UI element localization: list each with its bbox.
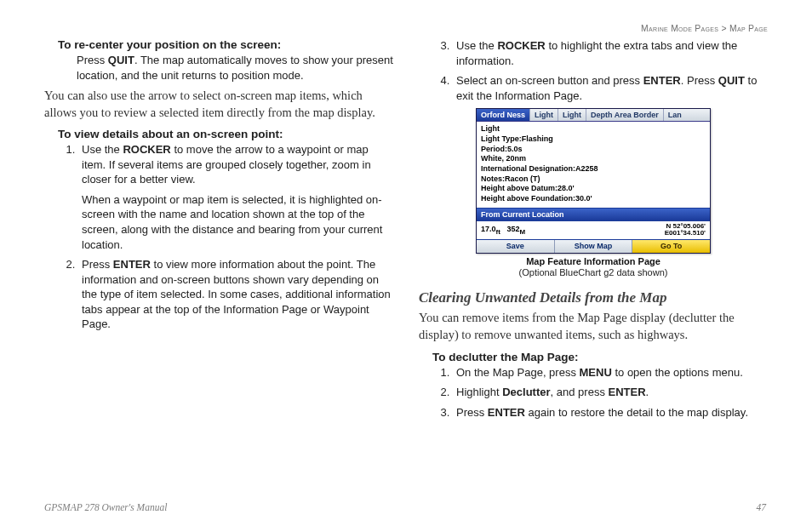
para-clearing-details: You can remove items from the Map Page d… bbox=[419, 310, 768, 343]
device-info-line: Light bbox=[481, 124, 706, 134]
keyword-declutter: Declutter bbox=[502, 386, 550, 398]
keyword-enter: ENTER bbox=[609, 386, 646, 398]
text-run: Use the bbox=[82, 143, 123, 156]
heading-declutter: To declutter the Map Page: bbox=[432, 351, 768, 363]
list-item: Press ENTER to view more information abo… bbox=[78, 257, 393, 332]
device-info-line: Height above Datum:28.0' bbox=[481, 184, 706, 194]
text-run: . Press bbox=[681, 74, 718, 87]
text-run: On the Map Page, press bbox=[456, 366, 580, 379]
text-run: Press bbox=[82, 258, 113, 271]
list-declutter: On the Map Page, press MENU to open the … bbox=[419, 365, 768, 420]
heading-clearing-details: Clearing Unwanted Details from the Map bbox=[419, 289, 768, 306]
device-info-line: Height above Foundation:30.0' bbox=[481, 194, 706, 204]
breadcrumb-page: Map Page bbox=[729, 24, 768, 33]
breadcrumb-section: Marine Mode Pages bbox=[641, 24, 718, 33]
list-item: On the Map Page, press MENU to open the … bbox=[453, 365, 768, 380]
footer-page-number: 47 bbox=[757, 502, 767, 512]
text-run: Select an on-screen button and press bbox=[456, 74, 643, 87]
left-column: To re-center your position on the screen… bbox=[44, 38, 393, 425]
footer-manual-title: GPSMAP 278 Owner's Manual bbox=[44, 502, 167, 512]
text-run: Highlight bbox=[456, 386, 502, 398]
list-item: Highlight Declutter, and press ENTER. bbox=[453, 385, 768, 400]
text-run: Press bbox=[77, 54, 108, 66]
device-tab[interactable]: Depth Area Border bbox=[586, 109, 664, 121]
keyword-enter: ENTER bbox=[113, 258, 151, 271]
device-showmap-button[interactable]: Show Map bbox=[555, 240, 633, 253]
text-run: to open the options menu. bbox=[612, 366, 743, 379]
device-info-line: Light Type:Flashing bbox=[481, 134, 706, 145]
device-goto-button[interactable]: Go To bbox=[632, 240, 710, 253]
list-item-para: When a waypoint or map item is selected,… bbox=[82, 192, 393, 252]
device-from-bar: From Current Location bbox=[477, 208, 710, 220]
right-column: Use the ROCKER to highlight the extra ta… bbox=[419, 38, 768, 425]
device-tab[interactable]: Lan bbox=[664, 109, 710, 121]
device-save-button[interactable]: Save bbox=[477, 240, 555, 253]
keyword-enter: ENTER bbox=[488, 406, 525, 419]
device-tab[interactable]: Light bbox=[558, 109, 586, 121]
text-run: Press bbox=[456, 406, 488, 419]
device-info-line: Period:5.0s bbox=[481, 145, 706, 155]
device-distance-row: 17.0ft 352M N 52°05.006' E001°34.510' bbox=[477, 220, 710, 240]
device-caption-title: Map Feature Information Page bbox=[476, 256, 711, 266]
device-info-line: International Designation:A2258 bbox=[481, 164, 706, 174]
text-run: , and press bbox=[551, 386, 609, 398]
list-item: Press ENTER again to restore the detail … bbox=[453, 405, 768, 420]
list-view-details: Use the ROCKER to move the arrow to a wa… bbox=[44, 142, 393, 332]
device-button-row: Save Show Map Go To bbox=[477, 239, 710, 253]
breadcrumb: Marine Mode Pages > Map Page bbox=[44, 24, 768, 33]
device-caption-sub: (Optional BlueChart g2 data shown) bbox=[476, 267, 711, 277]
keyword-rocker: ROCKER bbox=[497, 39, 545, 52]
keyword-menu: MENU bbox=[580, 366, 612, 379]
footer: GPSMAP 278 Owner's Manual 47 bbox=[44, 502, 766, 512]
device-tab[interactable]: Light bbox=[530, 109, 558, 121]
device-tabs: Orford Ness Light Light Depth Area Borde… bbox=[477, 109, 710, 122]
para-recenter: Press QUIT. The map automatically moves … bbox=[77, 53, 393, 83]
heading-view-details: To view details about an on-screen point… bbox=[58, 128, 393, 140]
device-info-body: Light Light Type:Flashing Period:5.0s Wh… bbox=[477, 122, 710, 208]
text-run: . bbox=[646, 386, 649, 398]
para-arrow-info: You can also use the arrow to select on-… bbox=[44, 88, 393, 121]
breadcrumb-sep: > bbox=[718, 24, 729, 33]
list-view-details-cont: Use the ROCKER to highlight the extra ta… bbox=[419, 38, 768, 103]
device-info-line: Notes:Racon (T) bbox=[481, 174, 706, 185]
device-lon: E001°34.510' bbox=[665, 230, 706, 237]
device-screenshot: Orford Ness Light Light Depth Area Borde… bbox=[476, 108, 711, 277]
keyword-rocker: ROCKER bbox=[123, 143, 170, 156]
text-run: again to restore the detail to the map d… bbox=[525, 406, 748, 419]
keyword-quit: QUIT bbox=[718, 74, 745, 87]
list-item: Select an on-screen button and press ENT… bbox=[453, 73, 768, 103]
list-item: Use the ROCKER to highlight the extra ta… bbox=[453, 38, 768, 68]
keyword-quit: QUIT bbox=[108, 54, 134, 66]
keyword-enter: ENTER bbox=[643, 74, 681, 87]
device-info-line: White, 20nm bbox=[481, 154, 706, 164]
device-latlon: N 52°05.006' E001°34.510' bbox=[665, 223, 706, 237]
text-run: Use the bbox=[456, 39, 497, 52]
list-item: Use the ROCKER to move the arrow to a wa… bbox=[78, 142, 393, 252]
device-tab-active[interactable]: Orford Ness bbox=[477, 109, 530, 121]
heading-recenter: To re-center your position on the screen… bbox=[58, 38, 393, 51]
device-distance: 17.0ft 352M bbox=[481, 225, 525, 236]
